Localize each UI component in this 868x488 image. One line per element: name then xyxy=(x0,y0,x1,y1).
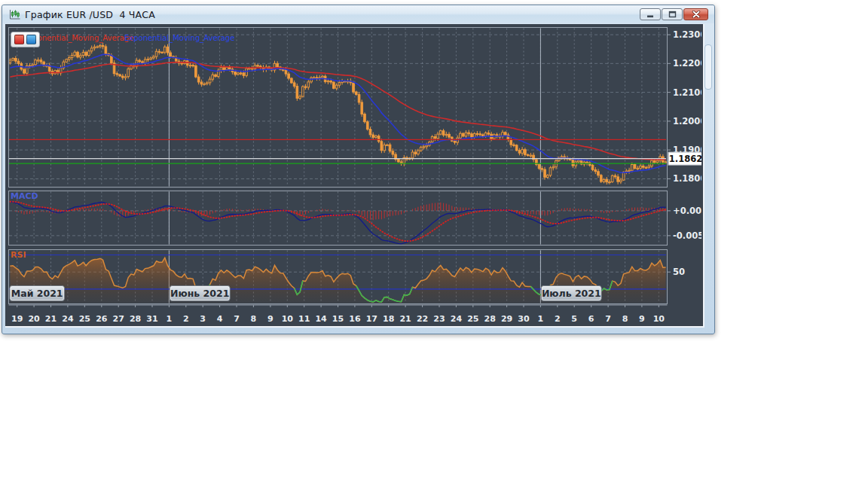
legend-ema-blue: Exponential_Moving_Average xyxy=(124,34,234,42)
grid-main xyxy=(17,29,659,187)
month-marker[interactable]: Июнь 2021 xyxy=(170,286,230,301)
svg-text:25: 25 xyxy=(467,314,478,324)
svg-text:1.2200: 1.2200 xyxy=(673,58,701,69)
svg-text:1.2000: 1.2000 xyxy=(673,116,701,127)
svg-text:28: 28 xyxy=(130,314,141,324)
close-button[interactable] xyxy=(683,8,708,20)
month-marker[interactable]: Июль 2021 xyxy=(541,286,601,301)
svg-text:10: 10 xyxy=(282,314,294,324)
svg-text:1.1800: 1.1800 xyxy=(673,173,701,184)
svg-text:3: 3 xyxy=(200,314,206,324)
svg-text:8: 8 xyxy=(622,314,628,324)
svg-text:29: 29 xyxy=(501,314,512,324)
current-price-tag: 1.1862 xyxy=(668,152,701,165)
ema-red-swatch-icon[interactable] xyxy=(14,35,24,44)
ema-line xyxy=(10,54,665,172)
svg-text:1: 1 xyxy=(167,314,173,324)
svg-text:21: 21 xyxy=(45,314,57,324)
svg-text:22: 22 xyxy=(417,314,428,324)
svg-text:7: 7 xyxy=(605,314,611,324)
minimize-icon xyxy=(646,11,654,18)
svg-text:20: 20 xyxy=(28,314,40,324)
page-background: { "window": { "title": "График EUR /USD … xyxy=(0,0,868,488)
svg-text:+0.000: +0.000 xyxy=(673,206,701,216)
maximize-button[interactable] xyxy=(662,8,683,20)
minimize-button[interactable] xyxy=(640,8,661,20)
chart-canvas[interactable]: 1.23001.22001.21001.20001.19001.1800+0.0… xyxy=(8,26,701,325)
svg-text:26: 26 xyxy=(96,314,108,324)
window-controls xyxy=(640,8,708,20)
svg-text:23: 23 xyxy=(433,314,445,324)
svg-text:8: 8 xyxy=(251,314,257,324)
svg-text:17: 17 xyxy=(366,314,377,324)
svg-text:9: 9 xyxy=(639,314,645,324)
svg-text:21: 21 xyxy=(399,314,411,324)
legend-swatches xyxy=(11,32,40,47)
window-title: График EUR /USD 4 ЧАСА xyxy=(25,9,155,20)
svg-text:30: 30 xyxy=(518,314,530,324)
svg-text:31: 31 xyxy=(146,314,157,324)
svg-text:19: 19 xyxy=(11,314,23,324)
svg-text:1: 1 xyxy=(538,314,544,324)
rsi-label: RSI xyxy=(11,250,26,260)
svg-text:4: 4 xyxy=(217,314,223,324)
svg-text:10: 10 xyxy=(653,314,665,324)
x-axis: 1920212425262728311234789101114151617182… xyxy=(9,305,668,324)
macd-label: MACD xyxy=(11,191,38,201)
grid-macd xyxy=(17,192,659,245)
ema-blue-swatch-icon[interactable] xyxy=(26,35,36,44)
svg-text:27: 27 xyxy=(113,314,124,324)
svg-text:50: 50 xyxy=(673,267,685,277)
chart-client-area: Exponential_Moving_Average Exponential_M… xyxy=(5,24,704,328)
month-marker[interactable]: Май 2021 xyxy=(10,286,64,301)
svg-text:7: 7 xyxy=(234,314,240,324)
svg-text:11: 11 xyxy=(298,314,310,324)
svg-text:1.2300: 1.2300 xyxy=(673,29,701,40)
svg-text:9: 9 xyxy=(267,314,274,324)
scrollbar-thumb[interactable] xyxy=(704,44,712,90)
svg-text:14: 14 xyxy=(315,314,327,324)
svg-text:15: 15 xyxy=(332,314,344,324)
title-bar[interactable]: График EUR /USD 4 ЧАСА xyxy=(2,5,714,23)
chart-window: График EUR /USD 4 ЧАСА Exponential_Movin… xyxy=(2,5,715,334)
svg-text:2: 2 xyxy=(555,314,561,324)
svg-text:Июль 2021: Июль 2021 xyxy=(542,288,601,299)
svg-text:6: 6 xyxy=(588,314,594,324)
svg-text:28: 28 xyxy=(484,314,496,324)
svg-text:24: 24 xyxy=(451,314,463,324)
candlestick-chart-icon xyxy=(8,9,20,20)
svg-text:24: 24 xyxy=(62,314,74,324)
maximize-icon xyxy=(668,11,677,18)
svg-text:-0.005: -0.005 xyxy=(673,230,701,241)
svg-text:1.2100: 1.2100 xyxy=(673,87,701,98)
svg-text:18: 18 xyxy=(383,314,394,324)
svg-text:2: 2 xyxy=(183,314,189,324)
svg-text:Июнь 2021: Июнь 2021 xyxy=(170,288,229,299)
close-icon xyxy=(692,11,701,18)
svg-text:16: 16 xyxy=(349,314,361,324)
svg-text:1.1862: 1.1862 xyxy=(669,154,701,164)
svg-text:Май 2021: Май 2021 xyxy=(11,288,63,299)
svg-text:25: 25 xyxy=(79,314,90,324)
svg-text:5: 5 xyxy=(571,314,577,324)
